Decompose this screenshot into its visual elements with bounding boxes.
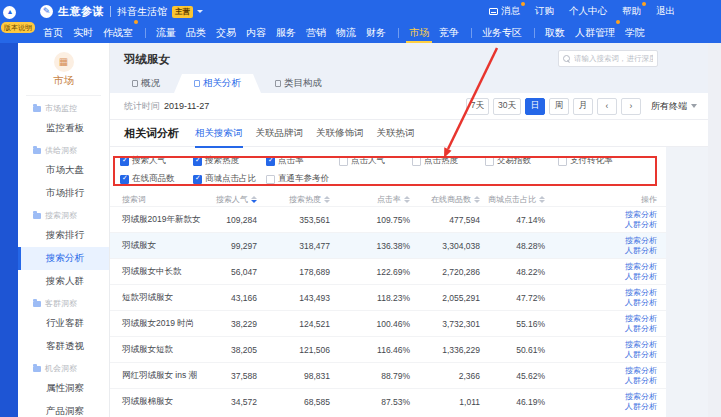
sidebar-item-search-audience[interactable]: 搜索人群 [18, 270, 109, 293]
value-cell: 47.14% [488, 215, 553, 225]
sidebar-item-market-overview[interactable]: 市场大盘 [18, 159, 109, 182]
column-header-mall-click-share[interactable]: 商城点击占比 [488, 194, 553, 205]
nav-data-extract[interactable]: 取数 [545, 23, 565, 43]
prev-date-button[interactable]: ‹ [597, 98, 617, 115]
nav-warroom[interactable]: 作战室 [103, 23, 133, 43]
sort-icon[interactable] [404, 196, 410, 203]
right-gutter [666, 147, 708, 417]
nav-marketing[interactable]: 营销 [306, 23, 326, 43]
nav-audience-mgmt[interactable]: 人群管理 [575, 23, 615, 43]
filter-click-popularity[interactable]: 点击人气 [339, 155, 412, 167]
range-month-button[interactable]: 月 [573, 98, 593, 115]
range-week-button[interactable]: 周 [549, 98, 569, 115]
column-header-online-items[interactable]: 在线商品数 [418, 194, 488, 205]
page-icon [132, 80, 138, 87]
help-menu[interactable]: 帮助 [622, 5, 641, 18]
nav-business-zone[interactable]: 业务专区 [482, 23, 522, 43]
audience-analysis-link[interactable]: 人群分析 [625, 376, 657, 386]
sidebar-item-audience-perspective[interactable]: 客群透视 [18, 335, 109, 358]
search-analysis-link[interactable]: 搜索分析 [625, 262, 657, 272]
search-analysis-link[interactable]: 搜索分析 [625, 340, 657, 350]
search-analysis-link[interactable]: 搜索分析 [625, 236, 657, 246]
profile-menu[interactable]: 个人中心 [569, 5, 607, 18]
sort-icon[interactable] [324, 196, 330, 203]
nav-trade[interactable]: 交易 [216, 23, 236, 43]
filter-online-items[interactable]: 在线商品数 [120, 173, 193, 185]
filter-trade-index[interactable]: 交易指数 [485, 155, 558, 167]
column-header-search-heat[interactable]: 搜索热度 [265, 194, 338, 205]
nav-competition[interactable]: 竞争 [439, 23, 459, 43]
subtab-hot-words[interactable]: 关联热词 [377, 120, 415, 147]
nav-home[interactable]: 首页 [43, 23, 63, 43]
range-7d-button[interactable]: 7天 [466, 98, 489, 115]
tab-related-analysis[interactable]: 相关分析 [174, 74, 261, 93]
tab-overview[interactable]: 概况 [118, 74, 174, 93]
tab-category-composition[interactable]: 类目构成 [261, 74, 336, 93]
filter-click-rate[interactable]: 点击率 [266, 155, 339, 167]
sort-icon[interactable] [539, 196, 545, 203]
nav-traffic[interactable]: 流量 [156, 23, 176, 43]
range-30d-button[interactable]: 30天 [493, 98, 521, 115]
sidebar-item-search-analysis[interactable]: 搜索分析 [18, 247, 109, 270]
column-header-actions: 操作 [553, 194, 666, 205]
keyword-search-box[interactable] [558, 50, 658, 67]
filter-pay-conversion[interactable]: 支付转化率 [558, 155, 631, 167]
keyword-cell: 羽绒服女2019 时尚 [110, 318, 210, 330]
nav-finance[interactable]: 财务 [366, 23, 386, 43]
sidebar-item-monitor-board[interactable]: 监控看板 [18, 117, 109, 140]
filter-mall-click-share[interactable]: 商城点击占比 [193, 173, 266, 185]
subtab-modifier-words[interactable]: 关联修饰词 [316, 120, 364, 147]
checkbox-checked-icon [193, 175, 202, 184]
sort-icon[interactable] [251, 196, 257, 203]
chevron-down-icon[interactable] [197, 10, 203, 13]
sidebar-item-search-ranking[interactable]: 搜索排行 [18, 224, 109, 247]
product-name[interactable]: 抖音生活馆 [117, 5, 167, 19]
nav-academy[interactable]: 学院 [625, 23, 645, 43]
terminal-selector[interactable]: 所有终端 [651, 100, 697, 113]
search-analysis-link[interactable]: 搜索分析 [625, 210, 657, 220]
search-input[interactable] [574, 54, 653, 63]
search-analysis-link[interactable]: 搜索分析 [625, 366, 657, 376]
filter-search-heat[interactable]: 搜索热度 [193, 155, 266, 167]
nav-category[interactable]: 品类 [186, 23, 206, 43]
nav-realtime[interactable]: 实时 [73, 23, 93, 43]
logout-menu[interactable]: 退出 [656, 5, 675, 18]
nav-service[interactable]: 服务 [276, 23, 296, 43]
sort-icon[interactable] [474, 196, 480, 203]
filter-click-heat[interactable]: 点击热度 [412, 155, 485, 167]
audience-analysis-link[interactable]: 人群分析 [625, 298, 657, 308]
subtab-related-search-words[interactable]: 相关搜索词 [195, 120, 243, 147]
search-analysis-link[interactable]: 搜索分析 [625, 392, 657, 402]
column-header-search-popularity[interactable]: 搜索人气 [210, 194, 265, 205]
range-day-button[interactable]: 日 [525, 98, 545, 115]
rocket-icon[interactable] [3, 6, 16, 19]
audience-analysis-link[interactable]: 人群分析 [625, 402, 657, 412]
filter-search-popularity[interactable]: 搜索人气 [120, 155, 193, 167]
audience-analysis-link[interactable]: 人群分析 [625, 246, 657, 256]
audience-analysis-link[interactable]: 人群分析 [625, 324, 657, 334]
audience-analysis-link[interactable]: 人群分析 [625, 350, 657, 360]
search-analysis-link[interactable]: 搜索分析 [625, 314, 657, 324]
search-analysis-link[interactable]: 搜索分析 [625, 288, 657, 298]
sidebar-item-industry-audience[interactable]: 行业客群 [18, 312, 109, 335]
value-cell: 3,304,038 [418, 241, 488, 251]
nav-content[interactable]: 内容 [246, 23, 266, 43]
audience-analysis-link[interactable]: 人群分析 [625, 220, 657, 230]
audience-analysis-link[interactable]: 人群分析 [625, 272, 657, 282]
table-row: 网红羽绒服女 ins 潮 37,588 98,831 88.79% 2,366 … [110, 362, 666, 388]
sidebar-item-product-insight[interactable]: 产品洞察 [18, 400, 109, 417]
orders-menu[interactable]: 订购 [535, 5, 554, 18]
messages-menu[interactable]: 消息 [489, 5, 520, 18]
column-header-keyword[interactable]: 搜索词 [110, 194, 210, 205]
nav-logistics[interactable]: 物流 [336, 23, 356, 43]
sidebar-item-attribute-insight[interactable]: 属性洞察 [18, 377, 109, 400]
next-date-button[interactable]: › [621, 98, 641, 115]
filter-ztc-reference-price[interactable]: 直通车参考价 [266, 173, 339, 185]
column-header-click-rate[interactable]: 点击率 [338, 194, 418, 205]
nav-market[interactable]: 市场 [409, 23, 429, 43]
sidebar: ▦ 市场 市场监控 监控看板 供给洞察 市场大盘 市场排行 搜索洞察 搜索排行 … [18, 43, 110, 417]
value-cell: 143,493 [265, 293, 338, 303]
version-notes-badge[interactable]: 版本说明 [1, 22, 35, 33]
sidebar-item-market-ranking[interactable]: 市场排行 [18, 182, 109, 205]
subtab-brand-words[interactable]: 关联品牌词 [256, 120, 304, 147]
